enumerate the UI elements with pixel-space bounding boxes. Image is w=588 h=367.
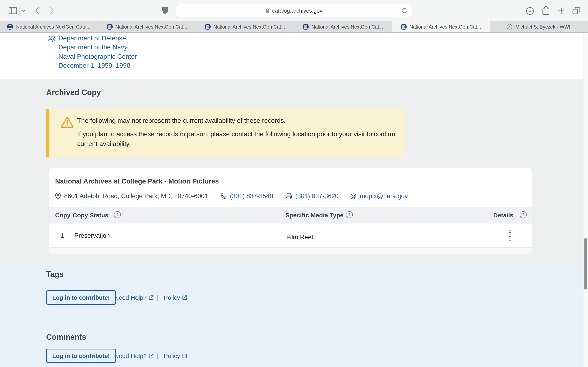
creator-link-navy[interactable]: Department of the Navy bbox=[58, 43, 137, 52]
details-help-icon[interactable]: ? bbox=[520, 211, 527, 218]
creator-link-dates[interactable]: December 1, 1959–1998 bbox=[58, 61, 137, 70]
column-media-type: Specific Media Type bbox=[285, 212, 344, 218]
sidebar-menu-chevron[interactable] bbox=[22, 9, 26, 12]
archived-copy-section: Archived Copy The following may not repr… bbox=[0, 79, 588, 263]
reload-button[interactable] bbox=[401, 7, 407, 14]
phone-link[interactable]: (301) 837-3540 bbox=[230, 192, 273, 200]
share-icon bbox=[542, 6, 550, 15]
tab-title: Michael S. Byczek - WWII bbox=[515, 24, 572, 30]
creator-link-dod[interactable]: Department of Defense bbox=[58, 34, 137, 43]
creator-section: Department of Defense Department of the … bbox=[0, 33, 588, 79]
warning-triangle-icon bbox=[61, 116, 74, 128]
share-button[interactable] bbox=[542, 6, 550, 15]
location-card: National Archives at College Park - Moti… bbox=[49, 167, 532, 247]
tab-title: National Archives NextGen Cat... bbox=[116, 24, 187, 30]
tags-policy-link[interactable]: Policy bbox=[164, 294, 187, 301]
row-details-menu-button[interactable] bbox=[505, 230, 515, 241]
tab-title: National Archives NextGen Cat... bbox=[214, 24, 285, 30]
browser-tab-6[interactable]: Michael S. Byczek - WWII bbox=[490, 21, 588, 32]
sidebar-toggle-button[interactable] bbox=[9, 7, 17, 14]
location-phone: (301) 837-3540 bbox=[221, 192, 273, 200]
shield-icon bbox=[162, 7, 168, 14]
tab-title: National Archives NextGen Cat... bbox=[410, 24, 481, 30]
tags-login-button[interactable]: Log in to contribute! bbox=[46, 290, 116, 305]
compass-favicon bbox=[506, 24, 512, 30]
archives-favicon bbox=[303, 24, 309, 30]
location-fax: (301) 837-3620 bbox=[285, 192, 338, 200]
warning-text-line2: If you plan to access these records in p… bbox=[77, 129, 397, 149]
archives-favicon bbox=[401, 24, 407, 30]
plus-icon bbox=[558, 8, 564, 14]
creator-link-naval-photo-center[interactable]: Naval Photographic Center bbox=[58, 52, 137, 61]
lock-icon bbox=[266, 8, 270, 13]
organization-people-icon bbox=[47, 35, 56, 42]
external-link-icon bbox=[149, 353, 154, 358]
downloads-button[interactable] bbox=[526, 7, 534, 15]
fax-printer-icon bbox=[285, 193, 292, 199]
archived-copy-heading: Archived Copy bbox=[46, 88, 101, 97]
comments-login-button[interactable]: Log in to contribute! bbox=[46, 349, 116, 363]
location-pin-icon bbox=[55, 192, 61, 200]
comments-need-help-link[interactable]: Need Help? bbox=[114, 352, 154, 359]
url-text: catalog.archives.gov bbox=[272, 8, 322, 14]
email-link[interactable]: mopix@nara.gov bbox=[360, 192, 408, 200]
location-email: @ mopix@nara.gov bbox=[350, 192, 408, 200]
link-divider: | bbox=[157, 294, 158, 300]
archives-favicon bbox=[7, 24, 13, 30]
back-chevron-icon bbox=[35, 7, 40, 15]
sidebar-icon bbox=[9, 7, 17, 14]
safari-window: catalog.archives.gov National Archives N… bbox=[0, 0, 588, 367]
column-details: Details bbox=[493, 212, 513, 218]
policy-label: Policy bbox=[164, 352, 180, 359]
forward-chevron-icon bbox=[50, 7, 54, 15]
at-sign-icon: @ bbox=[350, 192, 357, 200]
external-link-icon bbox=[182, 295, 187, 300]
external-link-icon bbox=[149, 295, 154, 300]
location-address: 8601 Adelphi Road, College Park, MD, 207… bbox=[55, 192, 208, 200]
tab-title: National Archives NextGen Cata... bbox=[16, 24, 90, 30]
column-copy-status: Copy Status bbox=[73, 212, 108, 218]
fax-link[interactable]: (301) 837-3620 bbox=[295, 192, 338, 200]
browser-tab-3[interactable]: National Archives NextGen Cat... bbox=[196, 21, 294, 32]
location-name: National Archives at College Park - Moti… bbox=[55, 177, 219, 185]
tab-overview-button[interactable] bbox=[572, 7, 580, 14]
comments-policy-link[interactable]: Policy bbox=[164, 352, 187, 359]
warning-text-line1: The following may not represent the curr… bbox=[77, 116, 396, 125]
browser-tab-1[interactable]: National Archives NextGen Cata... bbox=[0, 21, 98, 32]
browser-toolbar: catalog.archives.gov bbox=[0, 0, 588, 21]
comments-heading: Comments bbox=[46, 333, 86, 342]
browser-tab-4[interactable]: National Archives NextGen Cat... bbox=[294, 21, 392, 32]
need-help-label: Need Help? bbox=[114, 294, 147, 301]
browser-tab-5-active[interactable]: National Archives NextGen Cat... bbox=[392, 21, 490, 32]
forward-button[interactable] bbox=[50, 7, 54, 15]
link-divider: | bbox=[157, 352, 158, 359]
tags-need-help-link[interactable]: Need Help? bbox=[114, 294, 154, 301]
card-footer-strip bbox=[49, 248, 532, 254]
back-button[interactable] bbox=[35, 7, 40, 15]
policy-label: Policy bbox=[164, 294, 180, 301]
reload-icon bbox=[401, 7, 407, 14]
address-text: 8601 Adelphi Road, College Park, MD, 207… bbox=[64, 192, 208, 200]
scrollbar-track bbox=[583, 33, 588, 367]
archives-favicon bbox=[205, 24, 211, 30]
availability-warning-banner: The following may not represent the curr… bbox=[46, 109, 405, 157]
address-bar[interactable]: catalog.archives.gov bbox=[176, 4, 412, 18]
tab-overview-icon bbox=[572, 7, 580, 14]
browser-tab-2[interactable]: National Archives NextGen Cat... bbox=[98, 21, 196, 32]
tab-title: National Archives NextGen Cat... bbox=[311, 24, 383, 30]
creator-link-list: Department of Defense Department of the … bbox=[58, 34, 137, 70]
download-icon bbox=[526, 7, 534, 15]
copies-table-header: Copy Copy Status ? Specific Media Type ?… bbox=[49, 207, 532, 224]
copies-table-row: 1 Preservation Film Reel bbox=[49, 224, 532, 247]
scrollbar-thumb[interactable] bbox=[584, 238, 587, 290]
media-type-help-icon[interactable]: ? bbox=[346, 211, 353, 218]
archives-favicon bbox=[107, 24, 113, 30]
toolbar-divider bbox=[19, 6, 20, 16]
copy-status-help-icon[interactable]: ? bbox=[114, 211, 121, 218]
privacy-shield-button[interactable] bbox=[162, 7, 168, 14]
tags-comments-section: Tags Log in to contribute! Need Help? | … bbox=[0, 263, 588, 367]
new-tab-button[interactable] bbox=[558, 8, 564, 14]
column-copy: Copy bbox=[55, 212, 70, 218]
phone-icon bbox=[221, 193, 227, 199]
tab-bar: National Archives NextGen Cata... Nation… bbox=[0, 21, 588, 33]
